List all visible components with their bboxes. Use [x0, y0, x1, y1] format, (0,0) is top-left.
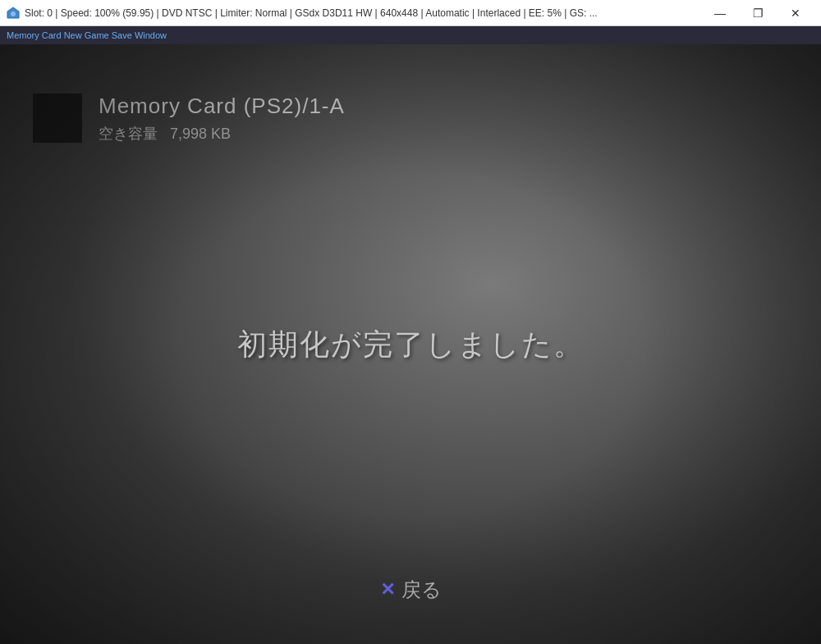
svg-point-1 [11, 11, 16, 16]
back-button[interactable]: ✕ 戻る [380, 577, 442, 603]
titlebar-controls: — ❐ ✕ [701, 0, 814, 26]
center-message-text: 初期化が完了しました。 [237, 327, 585, 360]
memcard-capacity-label: 空き容量 [99, 126, 158, 142]
back-button-label: 戻る [401, 577, 442, 603]
memcard-panel: Memory Card (PS2)/1-A 空き容量 7,998 KB [33, 94, 345, 144]
center-message: 初期化が完了しました。 [237, 324, 585, 364]
close-button[interactable]: ✕ [777, 0, 814, 26]
game-area: Memory Card (PS2)/1-A 空き容量 7,998 KB 初期化が… [0, 44, 821, 644]
memcard-info: Memory Card (PS2)/1-A 空き容量 7,998 KB [99, 94, 345, 144]
memcard-title: Memory Card (PS2)/1-A [99, 94, 345, 119]
x-button-icon: ✕ [380, 579, 395, 601]
memcard-capacity: 空き容量 7,998 KB [99, 124, 345, 144]
memcard-capacity-value: 7,998 KB [170, 126, 231, 142]
subtitlebar-text: Memory Card New Game Save Window [7, 30, 167, 40]
app-icon [7, 7, 20, 20]
subtitlebar: Memory Card New Game Save Window [0, 26, 821, 44]
minimize-button[interactable]: — [701, 0, 739, 26]
titlebar-text: Slot: 0 | Speed: 100% (59.95) | DVD NTSC… [25, 7, 695, 19]
titlebar: Slot: 0 | Speed: 100% (59.95) | DVD NTSC… [0, 0, 821, 26]
maximize-button[interactable]: ❐ [739, 0, 777, 26]
memcard-icon [33, 94, 82, 143]
